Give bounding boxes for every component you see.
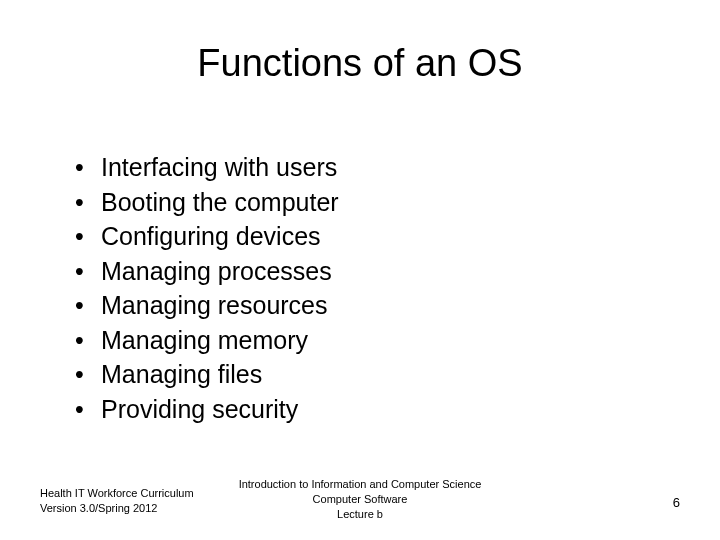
bullet-text: Managing processes bbox=[101, 254, 332, 289]
bullet-text: Interfacing with users bbox=[101, 150, 337, 185]
list-item: • Booting the computer bbox=[75, 185, 339, 220]
list-item: • Configuring devices bbox=[75, 219, 339, 254]
bullet-list: • Interfacing with users • Booting the c… bbox=[75, 150, 339, 426]
bullet-text: Managing memory bbox=[101, 323, 308, 358]
slide-title: Functions of an OS bbox=[0, 42, 720, 85]
bullet-icon: • bbox=[75, 288, 101, 323]
list-item: • Managing resources bbox=[75, 288, 339, 323]
bullet-text: Managing files bbox=[101, 357, 262, 392]
bullet-icon: • bbox=[75, 254, 101, 289]
page-number: 6 bbox=[673, 494, 680, 512]
list-item: • Managing memory bbox=[75, 323, 339, 358]
bullet-icon: • bbox=[75, 357, 101, 392]
bullet-icon: • bbox=[75, 185, 101, 220]
bullet-text: Booting the computer bbox=[101, 185, 339, 220]
slide: Functions of an OS • Interfacing with us… bbox=[0, 0, 720, 540]
bullet-icon: • bbox=[75, 323, 101, 358]
bullet-icon: • bbox=[75, 392, 101, 427]
bullet-text: Managing resources bbox=[101, 288, 328, 323]
list-item: • Managing processes bbox=[75, 254, 339, 289]
bullet-text: Providing security bbox=[101, 392, 298, 427]
list-item: • Interfacing with users bbox=[75, 150, 339, 185]
footer-center-line1: Introduction to Information and Computer… bbox=[0, 477, 720, 492]
footer-center-line2: Computer Software bbox=[0, 492, 720, 507]
bullet-icon: • bbox=[75, 219, 101, 254]
footer-center-line3: Lecture b bbox=[0, 507, 720, 522]
footer-center: Introduction to Information and Computer… bbox=[0, 477, 720, 522]
bullet-text: Configuring devices bbox=[101, 219, 321, 254]
bullet-icon: • bbox=[75, 150, 101, 185]
list-item: • Managing files bbox=[75, 357, 339, 392]
list-item: • Providing security bbox=[75, 392, 339, 427]
